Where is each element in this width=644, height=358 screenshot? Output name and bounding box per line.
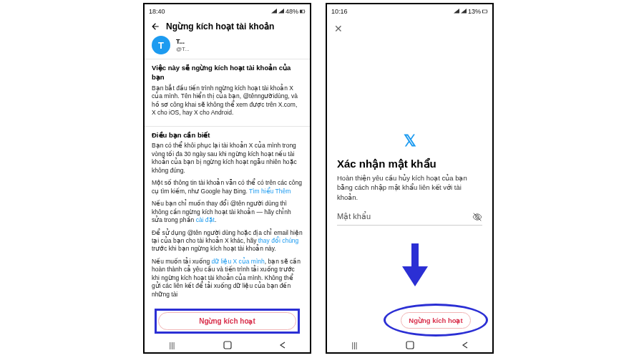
account-text: T... @T... [176,38,190,52]
svg-rect-2 [305,11,306,11]
nav-recents-icon[interactable]: ||| [350,340,360,350]
eye-off-icon[interactable] [472,212,482,222]
x-logo-icon: 𝕏 [404,132,416,150]
para-search: Một số thông tin tài khoản vẫn có thể có… [152,179,303,195]
para-download: Nếu muốn tải xuống dữ liệu X của mình, b… [152,258,303,299]
status-time: 18:40 [149,8,165,15]
nav-bar: ||| [327,338,492,352]
your-data-link[interactable]: dữ liệu X của mình [212,258,265,265]
svg-rect-5 [482,10,483,13]
nav-bar: ||| [145,338,310,352]
account-row[interactable]: T T... @T... [145,36,310,59]
nav-recents-icon[interactable]: ||| [167,340,177,350]
nav-home-icon[interactable] [223,340,233,350]
status-right: 13% [454,8,488,15]
x-logo-wrap: 𝕏 [327,132,492,150]
svg-rect-1 [300,10,302,13]
phone-right: 10:16 13% ✕ 𝕏 Xác nhận mật khẩu Hoàn thi… [326,3,494,354]
wifi-icon [271,9,277,14]
divider [145,126,310,127]
learn-more-link[interactable]: Tìm hiểu Thêm [249,188,291,195]
nav-home-icon[interactable] [405,340,415,350]
page-title: Ngừng kích hoạt tài khoản [166,21,274,32]
close-icon[interactable]: ✕ [327,19,492,39]
change-them-link[interactable]: thay đổi chúng [258,237,299,244]
status-battery: 48% [286,8,298,15]
section-title: Điều bạn cần biết [152,131,303,140]
confirm-sub: Hoàn thiện yêu cầu hủy kích hoạt của bạn… [327,173,492,209]
svg-rect-3 [224,342,231,349]
para-change: Để sử dụng @tên người dùng hoặc địa chỉ … [152,229,303,253]
section-body: Bạn bắt đầu tiến trình ngừng kích hoạt t… [152,84,303,117]
account-handle: @T... [176,46,190,53]
battery-icon [300,9,306,14]
password-label: Mật khẩu [337,212,371,221]
annotation-arrow-icon [401,243,429,286]
svg-rect-8 [406,342,414,349]
status-bar: 18:40 48% [145,4,310,19]
status-bar: 10:16 13% [327,4,492,19]
phone-left: 18:40 48% Ngừng kích hoạt tài khoản T T.… [143,3,311,354]
avatar: T [152,36,170,54]
account-name: T... [176,38,190,46]
app-header: Ngừng kích hoạt tài khoản [145,19,310,36]
nav-back-icon[interactable] [278,340,288,350]
signal-icon [461,9,467,14]
section-know: Điều bạn cần biết Bạn có thể khôi phục l… [145,131,310,308]
highlight-box: Ngừng kích hoạt [155,309,300,334]
para-username: Nếu bạn chỉ muốn thay đổi @tên người dùn… [152,200,303,224]
divider [145,59,310,59]
back-arrow-icon[interactable] [150,21,160,32]
password-field[interactable]: Mật khẩu [337,209,482,226]
confirm-title: Xác nhận mật khẩu [327,150,492,173]
deactivate-button[interactable]: Ngừng kích hoạt [401,312,470,329]
status-time: 10:16 [331,8,348,15]
wifi-icon [454,9,459,14]
battery-icon [482,9,488,14]
section-title: Việc này sẽ ngừng kích hoạt tài khoản củ… [152,64,303,82]
deactivate-button[interactable]: Ngừng kích hoạt [158,312,296,330]
signal-icon [278,9,284,14]
settings-link[interactable]: cài đặt [196,216,215,223]
status-battery: 13% [468,8,481,15]
highlight-ellipse: Ngừng kích hoạt [384,304,488,337]
para-restore: Bạn có thể khôi phục lại tài khoản X của… [152,142,303,175]
nav-back-icon[interactable] [460,340,470,350]
svg-rect-6 [487,11,488,11]
status-right: 48% [271,8,306,15]
section-deactivate: Việc này sẽ ngừng kích hoạt tài khoản củ… [145,64,310,126]
